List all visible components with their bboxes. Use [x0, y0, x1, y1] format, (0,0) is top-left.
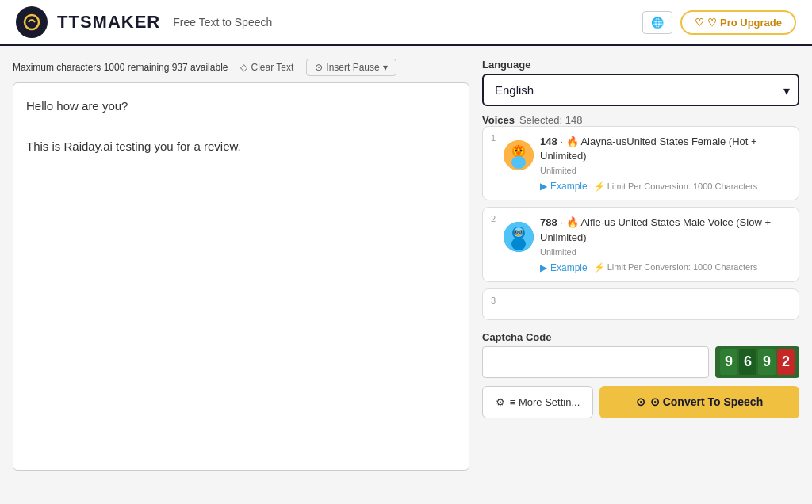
clear-label: Clear Text — [251, 62, 293, 73]
voice-card-bottom-2: ▶ Example ⚡ Limit Per Conversion: 1000 C… — [492, 262, 789, 273]
svg-point-0 — [25, 15, 39, 29]
svg-point-7 — [511, 156, 526, 169]
fire-icon-2: 🔥 — [566, 216, 579, 228]
voices-list: 1 — [482, 126, 799, 320]
settings-icon: ⚙ — [496, 396, 505, 408]
voice-limit-2: ⚡ Limit Per Conversion: 1000 Characters — [594, 262, 758, 273]
voice-num-3: 3 — [491, 296, 496, 305]
voice-card-2: 2 — [482, 207, 799, 281]
voice-badge-1: Unlimited — [540, 166, 576, 175]
voice-info-1: 148 · 🔥 Alayna-usUnited States Female (H… — [540, 135, 789, 176]
language-label: Language — [482, 59, 799, 71]
translate-button[interactable]: 🌐 — [642, 11, 672, 34]
pause-chevron: ▾ — [383, 62, 388, 73]
voice-avatar-1 — [504, 140, 534, 170]
language-select[interactable]: English Spanish French — [482, 74, 799, 106]
captcha-input[interactable] — [482, 346, 709, 378]
voice-card-3: 3 — [482, 288, 799, 320]
voice-avatar-2 — [504, 222, 534, 252]
voice-card-1: 1 — [482, 126, 799, 200]
logo-text: TTSMAKER — [57, 12, 160, 32]
captcha-row: 9 6 9 2 — [482, 346, 799, 378]
voices-header: Voices Selected: 148 — [482, 114, 799, 126]
convert-button[interactable]: ⊙ ⊙ Convert To Speech — [599, 386, 799, 418]
voice-num-2: 2 — [491, 214, 496, 223]
pro-label: ♡ Pro Upgrade — [707, 17, 782, 29]
fire-icon-1: 🔥 — [566, 136, 579, 147]
example-label-2: Example — [550, 262, 588, 273]
left-panel: Maximum characters 1000 remaining 937 av… — [13, 59, 469, 471]
captcha-digit-1: 9 — [720, 349, 737, 375]
voice-card-top-1: 148 · 🔥 Alayna-usUnited States Female (H… — [492, 135, 789, 176]
svg-point-14 — [515, 231, 517, 233]
svg-point-6 — [516, 151, 521, 155]
bottom-buttons: ⚙ ≡ More Settin... ⊙ ⊙ Convert To Speech — [482, 386, 799, 418]
language-select-wrapper: English Spanish French — [482, 74, 799, 106]
svg-point-16 — [517, 234, 521, 236]
voice-example-button-1[interactable]: ▶ Example — [540, 181, 588, 192]
voice-card-bottom-1: ▶ Example ⚡ Limit Per Conversion: 1000 C… — [492, 181, 789, 192]
toolbar: Maximum characters 1000 remaining 937 av… — [13, 59, 469, 76]
svg-point-15 — [521, 231, 523, 233]
play-icon-2: ▶ — [540, 262, 547, 273]
clear-text-button[interactable]: ◇ Clear Text — [240, 62, 293, 73]
voices-count: Selected: 148 — [519, 114, 583, 126]
header-right: 🌐 ♡ ♡ Pro Upgrade — [642, 10, 796, 35]
more-settings-button[interactable]: ⚙ ≡ More Settin... — [482, 386, 593, 418]
pro-upgrade-button[interactable]: ♡ ♡ Pro Upgrade — [680, 10, 796, 35]
more-settings-label: ≡ More Settin... — [510, 396, 580, 408]
pause-label: Insert Pause — [326, 62, 379, 73]
voice-name-1: 148 · 🔥 Alayna-usUnited States Female (H… — [540, 135, 789, 163]
right-panel: Language English Spanish French Voices S… — [482, 59, 799, 471]
convert-icon: ⊙ — [636, 395, 645, 408]
logo-icon — [16, 6, 48, 38]
captcha-digit-4: 2 — [777, 349, 795, 375]
language-section: Language English Spanish French — [482, 59, 799, 106]
char-count-info: Maximum characters 1000 remaining 937 av… — [13, 62, 228, 73]
captcha-image: 9 6 9 2 — [715, 346, 799, 378]
header-left: TTSMAKER Free Text to Speech — [16, 6, 272, 38]
pro-icon: ♡ — [695, 17, 704, 29]
voice-num-1: 1 — [491, 133, 496, 143]
convert-label: ⊙ Convert To Speech — [650, 395, 763, 408]
voices-section: Voices Selected: 148 1 — [482, 114, 799, 320]
header: TTSMAKER Free Text to Speech 🌐 ♡ ♡ Pro U… — [0, 0, 812, 46]
translate-icon: 🌐 — [651, 17, 664, 29]
voices-label: Voices — [482, 114, 515, 126]
voice-limit-1: ⚡ Limit Per Conversion: 1000 Characters — [594, 181, 758, 192]
voice-example-button-2[interactable]: ▶ Example — [540, 262, 588, 273]
voice-badge-2: Unlimited — [540, 247, 576, 257]
insert-pause-button[interactable]: ⊙ Insert Pause ▾ — [306, 59, 396, 76]
captcha-digit-2: 6 — [739, 349, 756, 375]
logo-tagline: Free Text to Speech — [173, 16, 272, 29]
captcha-section: Captcha Code 9 6 9 2 — [482, 331, 799, 378]
pause-icon: ⊙ — [315, 62, 323, 73]
example-label-1: Example — [550, 181, 588, 192]
text-input[interactable]: Hello how are you? This is Raiday.ai tes… — [13, 82, 469, 471]
captcha-digit-3: 9 — [758, 349, 776, 375]
svg-point-17 — [511, 238, 526, 250]
clear-icon: ◇ — [240, 62, 247, 73]
voice-name-2: 788 · 🔥 Alfie-us United States Male Voic… — [540, 216, 789, 244]
captcha-label: Captcha Code — [482, 331, 799, 343]
voice-info-2: 788 · 🔥 Alfie-us United States Male Voic… — [540, 216, 789, 257]
main-content: Maximum characters 1000 remaining 937 av… — [0, 46, 812, 483]
play-icon-1: ▶ — [540, 181, 547, 192]
voice-card-top-2: 788 · 🔥 Alfie-us United States Male Voic… — [492, 216, 789, 257]
